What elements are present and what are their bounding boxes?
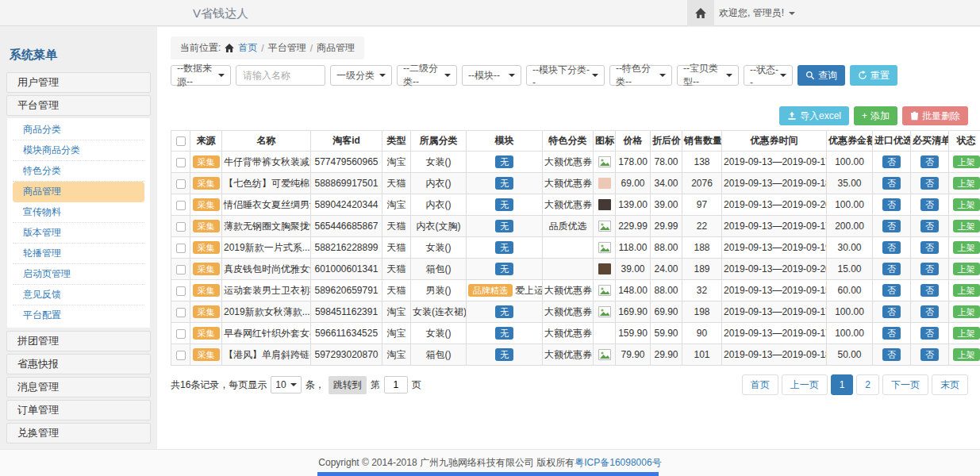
row-checkbox[interactable] xyxy=(176,329,186,339)
sidebar-item[interactable]: 模块商品分类 xyxy=(13,140,144,161)
discount-price-cell: 24.00 xyxy=(651,259,682,280)
must-buy-toggle[interactable]: 否 xyxy=(920,305,939,318)
import-select-toggle[interactable]: 否 xyxy=(882,177,901,190)
sidebar-item[interactable]: 特色分类 xyxy=(13,161,144,182)
import-select-toggle[interactable]: 否 xyxy=(882,327,901,340)
name-cell: 2019新款女秋薄款... xyxy=(222,301,311,323)
sidebar-group[interactable]: 用户管理 xyxy=(6,72,151,93)
import-select-toggle[interactable]: 否 xyxy=(882,305,901,318)
module-badge[interactable]: 无 xyxy=(495,305,513,318)
status-badge[interactable]: 上架 xyxy=(953,284,980,297)
must-buy-toggle[interactable]: 否 xyxy=(920,198,939,211)
import-select-toggle[interactable]: 否 xyxy=(882,284,901,297)
sidebar-item[interactable]: 商品分类 xyxy=(13,120,144,140)
reset-button[interactable]: 重置 xyxy=(850,65,897,86)
module-badge[interactable]: 无 xyxy=(495,263,513,275)
row-checkbox[interactable] xyxy=(176,179,186,189)
icp-link[interactable]: 粤ICP备16098006号 xyxy=(575,456,661,470)
import-select-toggle[interactable]: 否 xyxy=(882,348,901,361)
pager-button[interactable]: 1 xyxy=(831,374,854,395)
pager-button[interactable]: 下一页 xyxy=(882,374,928,395)
pager-button[interactable]: 2 xyxy=(856,374,879,395)
status-cell: 上架 xyxy=(949,152,980,173)
add-button[interactable]: + 添加 xyxy=(854,106,897,125)
status-badge[interactable]: 上架 xyxy=(953,241,980,254)
filter-select-source[interactable]: --数据来源-- xyxy=(171,65,231,86)
home-button[interactable] xyxy=(687,0,714,26)
breadcrumb-home-link[interactable]: 首页 xyxy=(238,41,257,55)
status-badge[interactable]: 上架 xyxy=(953,155,980,168)
row-checkbox[interactable] xyxy=(176,351,186,360)
module-badge[interactable]: 无 xyxy=(495,177,513,190)
sidebar-item[interactable]: 商品管理 xyxy=(13,182,144,202)
sidebar-group[interactable]: 拼团管理 xyxy=(6,331,151,351)
batch-delete-button[interactable]: 批量删除 xyxy=(902,106,968,125)
pager-button[interactable]: 上一页 xyxy=(782,374,828,395)
must-buy-toggle[interactable]: 否 xyxy=(920,327,939,340)
sidebar-item[interactable]: 版本管理 xyxy=(13,223,144,244)
row-checkbox[interactable] xyxy=(176,286,186,296)
sidebar-item[interactable]: 意见反馈 xyxy=(13,285,144,305)
type-cell: 淘宝 xyxy=(382,152,411,173)
must-buy-toggle[interactable]: 否 xyxy=(920,348,939,361)
row-checkbox[interactable] xyxy=(176,308,186,317)
must-buy-toggle[interactable]: 否 xyxy=(920,263,939,275)
must-buy-toggle[interactable]: 否 xyxy=(920,155,939,168)
sidebar-item[interactable]: 轮播管理 xyxy=(13,244,144,264)
must-buy-toggle[interactable]: 否 xyxy=(920,177,939,190)
filter-select[interactable]: --宝贝类型-- xyxy=(677,65,739,86)
must-buy-toggle[interactable]: 否 xyxy=(920,241,939,254)
search-button[interactable]: 查询 xyxy=(797,65,845,86)
import-select-toggle[interactable]: 否 xyxy=(882,198,901,211)
name-filter-input[interactable] xyxy=(236,65,325,86)
must-buy-toggle[interactable]: 否 xyxy=(920,284,939,297)
row-checkbox[interactable] xyxy=(176,158,186,167)
row-checkbox[interactable] xyxy=(176,201,186,210)
filter-select[interactable]: --二级分类-- xyxy=(397,65,457,86)
sidebar-group[interactable]: 消息管理 xyxy=(6,377,151,397)
filter-select[interactable]: --模块-- xyxy=(462,65,521,86)
module-badge[interactable]: 无 xyxy=(495,155,513,168)
status-badge[interactable]: 上架 xyxy=(953,177,980,190)
icon-cell xyxy=(594,152,616,173)
sidebar-group[interactable]: 省惠快报 xyxy=(6,354,151,374)
import-select-toggle[interactable]: 否 xyxy=(882,155,901,168)
jump-button[interactable]: 跳转到 xyxy=(329,376,367,394)
status-badge[interactable]: 上架 xyxy=(953,198,980,211)
module-badge[interactable]: 品牌精选 xyxy=(468,284,513,297)
status-badge[interactable]: 上架 xyxy=(953,305,980,318)
module-badge[interactable]: 无 xyxy=(495,198,513,211)
import-select-toggle[interactable]: 否 xyxy=(882,263,901,275)
filter-select[interactable]: --状态-- xyxy=(744,65,793,86)
status-badge[interactable]: 上架 xyxy=(953,220,980,232)
sidebar-group[interactable]: 平台管理 xyxy=(6,95,151,116)
status-badge[interactable]: 上架 xyxy=(953,263,980,275)
module-badge[interactable]: 无 xyxy=(495,241,513,254)
sidebar-item[interactable]: 宣传物料 xyxy=(13,202,144,223)
select-all-checkbox[interactable] xyxy=(176,136,186,146)
import-excel-button[interactable]: 导入excel xyxy=(779,106,849,125)
filter-select[interactable]: --特色分类-- xyxy=(609,65,672,86)
must-buy-toggle[interactable]: 否 xyxy=(920,220,939,232)
sidebar-group[interactable]: 兑换管理 xyxy=(6,423,151,443)
import-select-toggle[interactable]: 否 xyxy=(882,220,901,232)
import-select-toggle[interactable]: 否 xyxy=(882,241,901,254)
pager-button[interactable]: 末页 xyxy=(932,374,968,395)
filter-select[interactable]: --模块下分类-- xyxy=(526,65,605,86)
row-checkbox[interactable] xyxy=(176,265,186,274)
sidebar-item[interactable]: 平台配置 xyxy=(13,305,144,326)
sidebar-group[interactable]: 订单管理 xyxy=(6,400,151,420)
status-badge[interactable]: 上架 xyxy=(953,348,980,361)
pager-button[interactable]: 首页 xyxy=(742,374,778,395)
module-badge[interactable]: 无 xyxy=(495,348,513,361)
module-badge[interactable]: 无 xyxy=(495,220,513,232)
row-checkbox[interactable] xyxy=(176,222,186,232)
filter-select[interactable]: 一级分类 xyxy=(330,65,392,86)
page-number-input[interactable] xyxy=(384,376,408,393)
row-checkbox[interactable] xyxy=(176,244,186,253)
user-menu[interactable]: 欢迎您, 管理员! xyxy=(719,0,795,26)
module-badge[interactable]: 无 xyxy=(495,327,513,340)
status-badge[interactable]: 上架 xyxy=(953,327,980,340)
sidebar-item[interactable]: 启动页管理 xyxy=(13,264,144,285)
per-page-select[interactable]: 10 xyxy=(271,376,301,393)
